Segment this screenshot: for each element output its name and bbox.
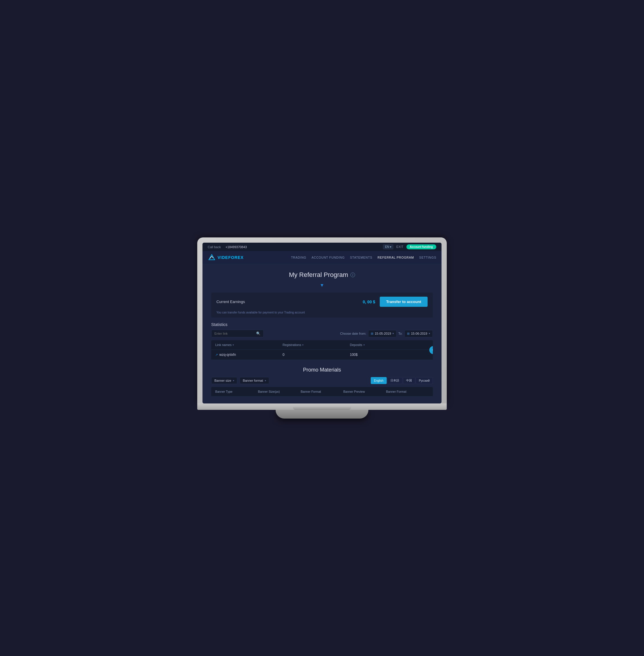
statistics-section: Statistics 🔍 Choose date from: ⊞ 15-05-2…	[211, 322, 433, 360]
date-to-label: To:	[398, 332, 402, 335]
banner-col-type: Banner Type	[215, 390, 258, 393]
banner-col-format: Banner Format	[301, 390, 343, 393]
promo-section: Promo Materials Banner size ▾ Banner for…	[211, 367, 433, 396]
date-to-arrow-icon: ▾	[429, 332, 430, 335]
info-icon[interactable]: i	[350, 272, 355, 277]
laptop-stand	[276, 410, 368, 419]
lang-japanese-button[interactable]: 日本語	[387, 377, 402, 384]
lang-russian-button[interactable]: Русский	[416, 377, 433, 384]
transfer-to-account-button[interactable]: Transfer to account	[380, 297, 428, 307]
page-title-row: My Referral Program i	[211, 271, 433, 279]
nav-settings[interactable]: SETTINGS	[419, 256, 436, 259]
top-bar: Call back +18499370843 EN ▾ EXIT Account…	[203, 243, 441, 251]
nav-links: TRADING ACCOUNT FUNDING STATEMENTS REFER…	[291, 256, 436, 259]
phone-number[interactable]: +18499370843	[225, 245, 247, 249]
cell-deposits: 100$	[350, 353, 417, 357]
date-from-value: 15-05-2019	[375, 332, 391, 335]
link-icon: ↗	[215, 353, 218, 357]
logo-icon	[208, 254, 216, 262]
table-row: ↗ wzq-qnlxfn 0 100$	[211, 350, 433, 360]
top-bar-right: EN ▾ EXIT Account funding	[383, 244, 436, 249]
logo[interactable]: VIDEFOREX	[208, 254, 244, 262]
banner-size-dropdown[interactable]: Banner size ▾	[211, 377, 237, 384]
dropdown1-arrow-icon: ▾	[233, 379, 234, 382]
col-registrations: Registrations ▾	[282, 343, 350, 347]
nav-bar: VIDEFOREX TRADING ACCOUNT FUNDING STATEM…	[203, 251, 441, 264]
banner-col-size: Banner Size(px)	[258, 390, 301, 393]
lang-code: EN	[385, 245, 389, 248]
earnings-label: Current Earnings	[216, 300, 363, 304]
nav-referral-program[interactable]: REFERRAL PROGRAM	[378, 256, 414, 259]
date-to-picker[interactable]: ⊞ 15-06-2019 ▾	[405, 330, 433, 337]
main-content: My Referral Program i ▼ Current Earnings…	[203, 264, 441, 403]
stats-filters: 🔍 Choose date from: ⊞ 15-05-2019 ▾ To:	[211, 330, 433, 337]
date-to-value: 15-06-2019	[411, 332, 427, 335]
banner-col-preview: Banner Preview	[343, 390, 386, 393]
earnings-value: 0, 00 $	[363, 300, 375, 304]
banner-table: Banner Type Banner Size(px) Banner Forma…	[211, 387, 433, 396]
nav-trading[interactable]: TRADING	[291, 256, 306, 259]
page-title: My Referral Program i	[289, 271, 355, 279]
date-from-label: Choose date from:	[340, 332, 366, 335]
logo-text: VIDEFOREX	[217, 255, 244, 260]
earnings-row: Current Earnings 0, 00 $ Transfer to acc…	[211, 292, 433, 311]
statistics-title: Statistics	[211, 322, 433, 327]
banner-format-dropdown[interactable]: Banner format ▾	[239, 377, 269, 384]
callback-label: Call back	[208, 245, 221, 249]
calendar-icon: ⊞	[371, 332, 373, 335]
promo-filters: Banner size ▾ Banner format ▾ English 日本…	[211, 377, 433, 384]
language-buttons: English 日本語 中国 Русский	[371, 377, 433, 384]
lang-english-button[interactable]: English	[371, 377, 387, 384]
chevron-down-row: ▼	[211, 283, 433, 288]
language-selector[interactable]: EN ▾	[383, 244, 393, 249]
chevron-down-icon: ▼	[320, 283, 324, 288]
dropdown2-arrow-icon: ▾	[265, 379, 266, 382]
exit-button[interactable]: EXIT	[396, 245, 403, 248]
top-bar-left: Call back +18499370843	[208, 245, 247, 249]
lang-chinese-button[interactable]: 中国	[403, 377, 415, 384]
date-from-picker[interactable]: ⊞ 15-05-2019 ▾	[368, 330, 396, 337]
sort-icon-links: ▾	[233, 344, 234, 346]
table-header: Link names ▾ Registrations ▾ Deposits ▾	[211, 340, 433, 350]
promo-title: Promo Materials	[211, 367, 433, 373]
link-search-input[interactable]	[214, 332, 254, 335]
sort-icon-deposits: ▾	[364, 344, 365, 346]
laptop-base	[197, 403, 447, 410]
lang-arrow-icon: ▾	[390, 245, 391, 248]
banner-header: Banner Type Banner Size(px) Banner Forma…	[211, 387, 433, 396]
earnings-note: You can transfer funds available for pay…	[211, 311, 433, 318]
date-filter: Choose date from: ⊞ 15-05-2019 ▾ To: ⊞ 1…	[340, 330, 433, 337]
search-icon[interactable]: 🔍	[256, 331, 260, 335]
cell-registrations: 0	[282, 353, 350, 357]
col-deposits: Deposits ▾	[350, 343, 417, 347]
nav-statements[interactable]: STATEMENTS	[350, 256, 372, 259]
account-funding-button[interactable]: Account funding	[407, 244, 436, 249]
stats-table: Link names ▾ Registrations ▾ Deposits ▾	[211, 340, 433, 360]
sort-icon-registrations: ▾	[302, 344, 303, 346]
nav-account-funding[interactable]: ACCOUNT FUNDING	[312, 256, 345, 259]
earnings-card: Current Earnings 0, 00 $ Transfer to acc…	[211, 292, 433, 318]
cell-link: ↗ wzq-qnlxfn	[215, 353, 282, 357]
calendar-to-icon: ⊞	[407, 332, 410, 335]
cell-add	[417, 353, 429, 357]
link-search-box[interactable]: 🔍	[211, 330, 264, 337]
col-link-names: Link names ▾	[215, 343, 282, 347]
date-from-arrow-icon: ▾	[392, 332, 394, 335]
col-actions	[417, 343, 429, 347]
banner-col-format2: Banner Format	[386, 390, 429, 393]
